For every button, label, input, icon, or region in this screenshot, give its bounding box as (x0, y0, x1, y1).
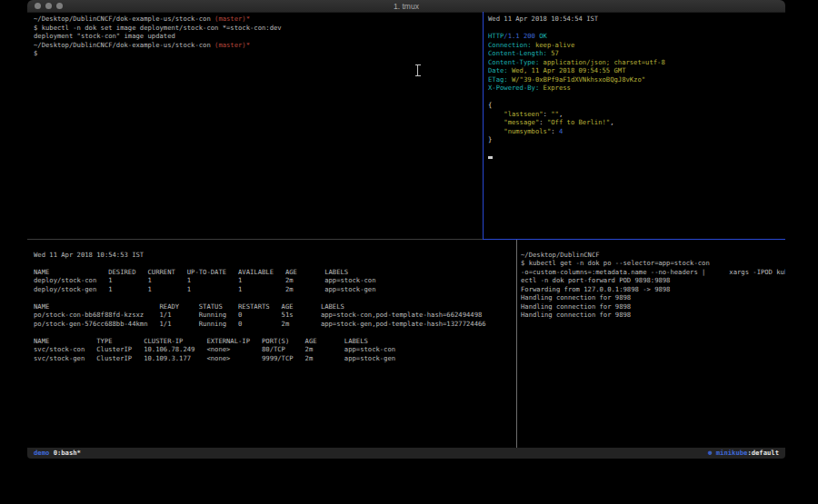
text-segment: ectl -n dok port-forward POD 9898:9898 (521, 276, 670, 284)
desktop-background: { "window": { "title": "1. tmux" }, "col… (0, 0, 818, 504)
terminal-line: ~/Desktop/DublinCNCF/dok-example-us/stoc… (34, 15, 489, 24)
terminal-line: $ kubectl get -n dok po --selector=app=s… (521, 259, 785, 268)
text-segment: Wed, 11 Apr 2018 09:54:55 GMT (508, 66, 626, 74)
text-segment: deploy/stock-gen 1 1 1 1 2m app=stock-ge… (34, 285, 375, 293)
status-left: demo 0:bash* (34, 448, 81, 459)
terminal-line (34, 328, 523, 337)
pane-port-forward[interactable]: ~/Desktop/DublinCNCF$ kubectl get -n dok… (517, 240, 785, 450)
text-segment: po/stock-con-bb68f88fd-kzsxz 1/1 Running… (34, 311, 482, 319)
terminal-line: po/stock-con-bb68f88fd-kzsxz 1/1 Running… (34, 311, 523, 320)
text-segment: NAME DESIRED CURRENT UP-TO-DATE AVAILABL… (34, 268, 348, 276)
window-title: 1. tmux (27, 1, 785, 12)
text-segment: deployment "stock-con" image updated (34, 32, 175, 40)
terminal-line: ~/Desktop/DublinCNCF/dok-example-us/stoc… (34, 41, 489, 50)
terminal-line: deploy/stock-gen 1 1 1 1 2m app=stock-ge… (34, 285, 523, 294)
text-segment: Wed 11 Apr 2018 10:54:54 IST (488, 15, 598, 23)
text-segment: ~/Desktop/DublinCNCF/dok-example-us/stoc… (34, 15, 214, 23)
terminal-line: NAME TYPE CLUSTER-IP EXTERNAL-IP PORT(S)… (34, 337, 523, 346)
text-segment: NAME TYPE CLUSTER-IP EXTERNAL-IP PORT(S)… (34, 337, 368, 345)
terminal-line: NAME READY STATUS RESTARTS AGE LABELS (34, 302, 523, 311)
text-segment: Forwarding from 127.0.0.1:9898 -> 9898 (521, 285, 670, 293)
window-tab-bash[interactable]: 0:bash* (54, 448, 81, 459)
pane-divider-horizontal-right-active[interactable] (483, 239, 785, 240)
terminal-line: ectl -n dok port-forward POD 9898:9898 (521, 276, 785, 285)
text-segment: "lastseen" (488, 110, 544, 118)
terminal-line: deployment "stock-con" image updated (34, 32, 489, 41)
terminal-line (34, 259, 523, 268)
namespace-name: :default (747, 448, 779, 459)
pane-http-response-watch[interactable]: Wed 11 Apr 2018 10:54:54 IST HTTP/1.1 20… (484, 12, 785, 242)
terminal-line: HTTP/1.1 200 OK (488, 32, 785, 41)
text-segment: $ kubectl get -n dok po --selector=app=s… (521, 259, 710, 267)
text-segment: deploy/stock-con 1 1 1 1 2m app=stock-co… (34, 276, 375, 284)
text-segment: } (488, 135, 492, 143)
text-segment: po/stock-gen-576cc688bb-44kmn 1/1 Runnin… (34, 320, 486, 328)
text-segment: -o=custom-columns=:metadata.name --no-he… (521, 268, 785, 276)
cluster-name: minikube (712, 448, 747, 459)
text-segment: OK (539, 32, 547, 40)
text-segment: Content-Type: (488, 58, 539, 66)
pane-divider-horizontal-left[interactable] (27, 239, 483, 240)
text-segment: "message" (488, 118, 539, 126)
text-segment: "numsymbols" (488, 127, 551, 135)
terminal-line: { (488, 101, 785, 110)
session-name: demo (34, 448, 49, 459)
terminal-line: Content-Length: 57 (488, 49, 785, 58)
terminal-line: NAME DESIRED CURRENT UP-TO-DATE AVAILABL… (34, 268, 523, 277)
terminal-line: Wed 11 Apr 2018 10:54:54 IST (488, 15, 785, 24)
text-segment: , (559, 110, 563, 118)
pane-divider-vertical-top-active[interactable] (483, 12, 484, 239)
terminal-line: Connection: keep-alive (488, 41, 785, 50)
text-segment: 57 (547, 49, 559, 57)
terminal-line (488, 153, 785, 162)
terminal-line (34, 293, 523, 302)
mouse-ibeam-cursor (414, 64, 421, 76)
text-segment: /1.1 200 (504, 32, 539, 40)
text-segment: NAME READY STATUS RESTARTS AGE LABELS (34, 302, 344, 311)
text-segment: Handling connection for 9898 (521, 302, 631, 311)
text-segment: , (610, 118, 614, 126)
terminal-line (488, 93, 785, 102)
text-segment: Content-Length: (488, 49, 547, 57)
text-segment: W/"39-0xBPf9aF1dXVNkhsxoBQgJ8vKzo" (508, 75, 645, 84)
text-segment: svc/stock-gen ClusterIP 10.109.3.177 <no… (34, 354, 395, 362)
terminal-line: $ (34, 49, 489, 58)
terminal-line: } (488, 135, 785, 144)
text-segment: Connection: (488, 41, 532, 49)
text-segment: $ (34, 49, 37, 57)
text-segment: svc/stock-con ClusterIP 10.106.78.249 <n… (34, 345, 395, 353)
pane-shell-kubectl-set-image[interactable]: ~/Desktop/DublinCNCF/dok-example-us/stoc… (27, 12, 489, 242)
terminal-line: ETag: W/"39-0xBPf9aF1dXVNkhsxoBQgJ8vKzo" (488, 75, 785, 84)
pane-divider-vertical-bottom[interactable] (516, 240, 517, 448)
terminal-line: po/stock-gen-576cc688bb-44kmn 1/1 Runnin… (34, 320, 523, 329)
terminal-line: Wed 11 Apr 2018 10:54:53 IST (34, 251, 523, 260)
pane-kubectl-get-watch[interactable]: Wed 11 Apr 2018 10:54:53 IST NAME DESIRE… (27, 240, 523, 450)
terminal-line (521, 242, 785, 251)
text-segment: (master)* (214, 15, 250, 23)
text-segment: X-Powered-By: (488, 84, 539, 92)
tmux-terminal-window: 1. tmux ~/Desktop/DublinCNCF/dok-example… (27, 0, 785, 459)
text-segment: $ kubectl -n dok set image deployment/st… (34, 24, 282, 32)
text-segment: Handling connection for 9898 (521, 311, 631, 319)
terminal-line: svc/stock-gen ClusterIP 10.109.3.177 <no… (34, 354, 523, 363)
terminal-line: "lastseen": "", (488, 110, 785, 119)
terminal-line: $ kubectl -n dok set image deployment/st… (34, 24, 489, 33)
terminal-line: X-Powered-By: Express (488, 84, 785, 93)
window-titlebar[interactable]: 1. tmux (27, 0, 785, 13)
terminal-line: "message": "Off to Berlin!", (488, 118, 785, 127)
terminal-line: "numsymbols": 4 (488, 127, 785, 136)
text-segment: Wed 11 Apr 2018 10:54:53 IST (34, 251, 144, 259)
text-segment: ~/Desktop/DublinCNCF (521, 251, 600, 259)
terminal-line: -o=custom-columns=:metadata.name --no-he… (521, 268, 785, 277)
tmux-status-bar: demo 0:bash* ⊛ minikube :default (27, 448, 785, 459)
text-segment: { (488, 101, 492, 109)
text-segment: ETag: (488, 75, 508, 84)
text-segment: ~/Desktop/DublinCNCF/dok-example-us/stoc… (34, 41, 214, 49)
terminal-line: Handling connection for 9898 (521, 293, 785, 302)
terminal-line: Date: Wed, 11 Apr 2018 09:54:55 GMT (488, 66, 785, 75)
terminal-line: Forwarding from 127.0.0.1:9898 -> 9898 (521, 285, 785, 294)
terminal-cursor (488, 156, 493, 160)
text-segment: 4 (555, 127, 564, 135)
text-segment: keep-alive (532, 41, 575, 49)
terminal-line: Content-Type: application/json; charset=… (488, 58, 785, 67)
